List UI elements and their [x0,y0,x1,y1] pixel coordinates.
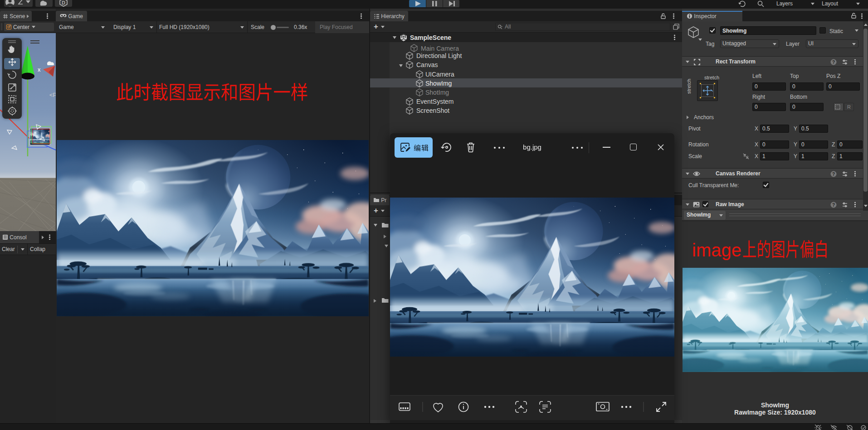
svg-text:?: ? [832,60,835,65]
svg-text:?: ? [832,203,835,208]
svg-text:SampleScene: SampleScene [410,34,451,41]
svg-text:ScreenShot: ScreenShot [416,107,449,114]
svg-text:D: D [62,0,65,5]
svg-text:Canvas: Canvas [416,61,438,68]
svg-text:?: ? [832,172,835,177]
svg-text:UICamera: UICamera [425,71,454,78]
svg-text:EventSystem: EventSystem [416,98,454,105]
svg-text:Main Camera: Main Camera [421,45,459,52]
svg-text:image: image [692,240,741,260]
svg-text:Directional Light: Directional Light [416,52,462,59]
svg-text:ShotImg: ShotImg [425,89,449,96]
svg-text:ShowImg: ShowImg [425,80,452,87]
